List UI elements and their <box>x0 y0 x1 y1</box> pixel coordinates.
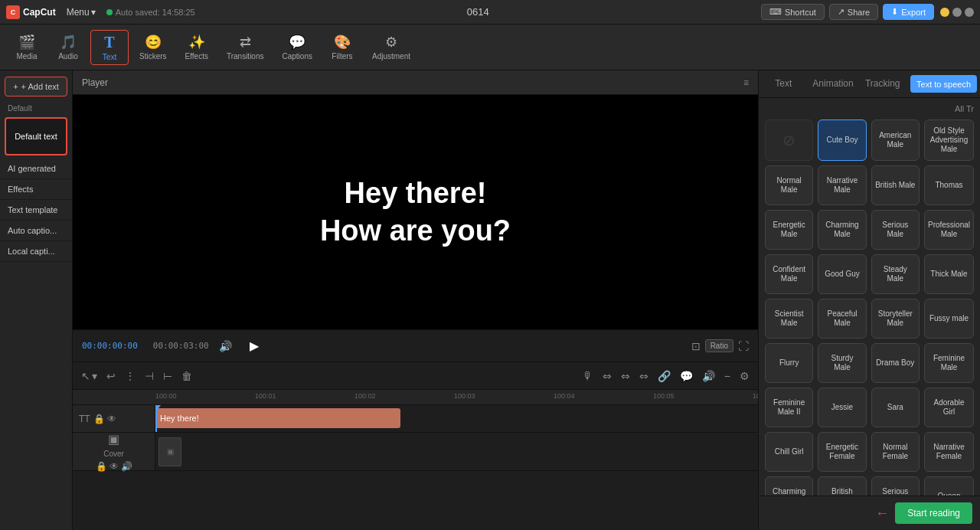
voice-normal-male[interactable]: Normal Male <box>765 165 813 205</box>
voice-sturdy-male[interactable]: Sturdy Male <box>818 343 866 383</box>
tool-stickers[interactable]: 😊 Stickers <box>132 31 175 64</box>
panel-item-ai[interactable]: AI generated <box>0 159 72 179</box>
tool-filters[interactable]: 🎨 Filters <box>323 31 361 64</box>
video-eye-icon[interactable]: 👁 <box>109 461 119 472</box>
zoom-out-button[interactable]: ⇔ <box>637 368 651 384</box>
video-track-area[interactable]: ▣ <box>155 433 758 470</box>
default-text-item[interactable]: Default text <box>5 117 67 155</box>
add-text-button[interactable]: + + Add text <box>5 77 67 97</box>
voice-confident-male[interactable]: Confident Male <box>765 254 813 294</box>
voice-storyteller-male[interactable]: Storyteller Male <box>871 299 920 339</box>
voice-sara[interactable]: Sara <box>871 388 920 427</box>
undo-button[interactable]: ↩ <box>104 368 118 384</box>
split-left-button[interactable]: ⊣ <box>142 368 156 384</box>
link-button[interactable]: 🔗 <box>655 368 673 384</box>
split-right-button[interactable]: ⊢ <box>161 368 175 384</box>
voice-feminine-male[interactable]: Feminine Male <box>924 343 974 383</box>
voice-chill-girl[interactable]: Chill Girl <box>765 432 813 472</box>
voice-drama-boy[interactable]: Drama Boy <box>871 343 920 383</box>
voice-british-male[interactable]: British Male <box>871 165 920 205</box>
panel-item-local-caption[interactable]: Local capti... <box>0 241 72 262</box>
tab-animation[interactable]: Animation <box>808 70 858 97</box>
voice-scientist-male[interactable]: Scientist Male <box>765 299 813 339</box>
volume-slider[interactable]: 🔊 <box>700 368 717 384</box>
video-clip-thumbnail: ▣ <box>158 437 181 466</box>
voice-steady-male[interactable]: Steady Male <box>871 254 920 294</box>
zoom-fit-button[interactable]: ⇔ <box>619 368 632 384</box>
fullscreen-button[interactable]: ⛶ <box>738 340 749 352</box>
audio-toggle[interactable]: 🔊 <box>217 338 234 355</box>
voice-charming-male[interactable]: Charming Male <box>818 210 866 250</box>
menu-button[interactable]: Menu ▾ <box>62 5 100 19</box>
video-audio-icon[interactable]: 🔊 <box>121 461 132 472</box>
close-button[interactable] <box>965 8 974 17</box>
play-button[interactable]: ▶ <box>242 339 266 353</box>
voice-none[interactable]: ⊘ <box>765 119 813 161</box>
restore-button[interactable] <box>952 8 962 17</box>
text-track-area[interactable]: Hey there! <box>155 405 758 432</box>
share-button[interactable]: ↗ Share <box>829 4 878 20</box>
voice-old-style[interactable]: Old Style Advertising Male <box>924 119 974 161</box>
start-reading-button[interactable]: Start reading <box>895 502 972 524</box>
filters-icon: 🎨 <box>334 34 351 51</box>
minus-button[interactable]: − <box>722 368 733 384</box>
microphone-button[interactable]: 🎙 <box>580 368 596 384</box>
tool-media[interactable]: 🎬 Media <box>8 31 46 64</box>
voice-british-female[interactable]: British Female <box>818 476 866 496</box>
voice-queen[interactable]: Queen <box>924 476 974 496</box>
tool-adjustment[interactable]: ⚙ Adjustment <box>364 31 418 64</box>
settings-button[interactable]: ⚙ <box>737 368 752 384</box>
voice-flurry[interactable]: Flurry <box>765 343 813 383</box>
voice-serious-male[interactable]: Serious Male <box>871 210 920 250</box>
voice-narrative-female[interactable]: Narrative Female <box>924 432 974 472</box>
tab-tracking[interactable]: Tracking <box>858 70 907 97</box>
voice-peaceful-male[interactable]: Peaceful Male <box>818 299 866 339</box>
panel-item-effects[interactable]: Effects <box>0 179 72 200</box>
zoom-in-button[interactable]: ⇔ <box>600 368 614 384</box>
video-lock-icon[interactable]: 🔒 <box>96 461 107 472</box>
tab-tts[interactable]: Text to speech <box>910 75 977 93</box>
voice-energetic-male[interactable]: Energetic Male <box>765 210 813 250</box>
panel-item-auto-caption[interactable]: Auto captio... <box>0 221 72 241</box>
video-track-icons: 🔒 👁 🔊 <box>96 461 132 472</box>
voice-charming-female[interactable]: Charming Female <box>765 476 813 496</box>
fit-screen-button[interactable]: ⊡ <box>691 340 701 352</box>
text-clip[interactable]: Hey there! <box>155 408 400 428</box>
voice-fussy-male[interactable]: Fussy male <box>924 299 974 339</box>
voice-normal-female[interactable]: Normal Female <box>871 432 920 472</box>
split-button[interactable]: ⋮ <box>122 368 138 384</box>
eye-icon[interactable]: 👁 <box>107 414 116 424</box>
voice-good-guy[interactable]: Good Guy <box>818 254 866 294</box>
voice-energetic-female[interactable]: Energetic Female <box>818 432 866 472</box>
tool-captions[interactable]: 💬 Captions <box>275 31 320 64</box>
select-tool[interactable]: ↖ ▾ <box>79 368 100 384</box>
tab-text[interactable]: Text <box>759 70 808 97</box>
player-menu-icon[interactable]: ≡ <box>743 77 749 88</box>
ratio-button[interactable]: Ratio <box>705 339 733 352</box>
voice-grid: ⊘ Cute Boy American Male Old Style Adver… <box>765 119 974 496</box>
voice-thomas[interactable]: Thomas <box>924 165 974 205</box>
voice-feminine-male2[interactable]: Feminine Male II <box>765 388 813 427</box>
voice-adorable-girl[interactable]: Adorable Girl <box>924 388 974 427</box>
voice-american-male[interactable]: American Male <box>871 119 920 161</box>
video-track-row: ▣ Cover 🔒 👁 🔊 ▣ <box>73 433 758 471</box>
tool-transitions[interactable]: ⇄ Transitions <box>219 31 272 64</box>
shortcut-button[interactable]: ⌨ Shortcut <box>761 4 825 20</box>
minimize-button[interactable] <box>940 8 949 17</box>
tool-audio[interactable]: 🎵 Audio <box>49 31 87 64</box>
player-title: Player <box>82 77 108 88</box>
export-button[interactable]: ⬇ Export <box>883 4 934 20</box>
voice-jessie[interactable]: Jessie <box>818 388 866 427</box>
delete-button[interactable]: 🗑 <box>179 368 194 384</box>
tool-text[interactable]: T Text <box>90 30 129 65</box>
voice-narrative-male[interactable]: Narrative Male <box>818 165 866 205</box>
autosave-indicator: Auto saved: 14:58:25 <box>106 8 195 17</box>
tool-effects[interactable]: ✨ Effects <box>178 31 216 64</box>
caption-button[interactable]: 💬 <box>678 368 695 384</box>
lock-icon[interactable]: 🔒 <box>93 414 105 424</box>
voice-serious-female[interactable]: Serious Female <box>871 476 920 496</box>
voice-cute-boy[interactable]: Cute Boy <box>818 119 866 161</box>
voice-professional-male[interactable]: Professional Male <box>924 210 974 250</box>
panel-item-template[interactable]: Text template <box>0 200 72 221</box>
voice-thick-male[interactable]: Thick Male <box>924 254 974 294</box>
